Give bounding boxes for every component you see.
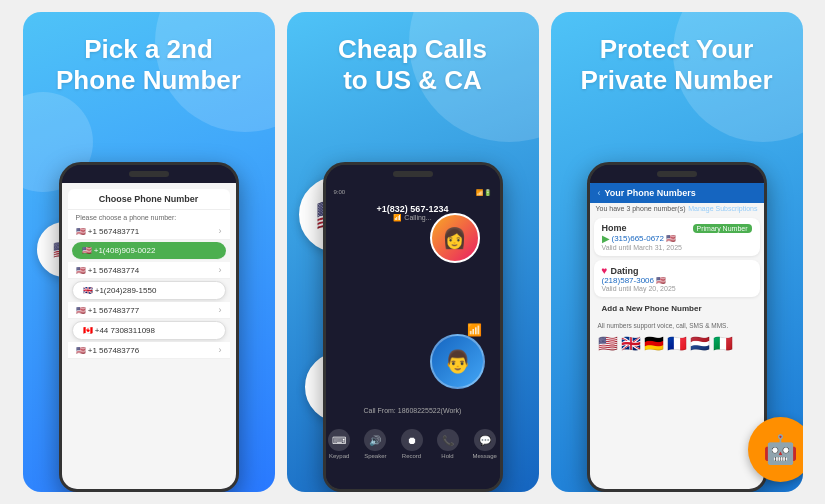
keypad-icon: ⌨ <box>328 429 350 451</box>
message-icon: 💬 <box>474 429 496 451</box>
phone-screen-2: 9:00 📶 🔋 +1(832) 567-1234 📶 Calling... 👩… <box>326 183 500 489</box>
home-label: Home <box>602 223 627 233</box>
number-item-1[interactable]: 🇺🇸 +1 567483771 › <box>68 223 230 240</box>
chevron-icon-2: › <box>219 265 222 275</box>
number-item-3[interactable]: 🇺🇸 +1 567483774 › <box>68 262 230 279</box>
chevron-icon-4: › <box>219 345 222 355</box>
call-actions-bar: ⌨ Keypad 🔊 Speaker ⏺ Record 📞 Hold <box>328 429 497 459</box>
number-item-7[interactable]: 🇺🇸 +1 567483776 › <box>68 342 230 359</box>
add-number-label[interactable]: Add a New Phone Number <box>594 301 760 316</box>
support-text: All numbers support voice, call, SMS & M… <box>590 320 764 331</box>
back-button[interactable]: ‹ <box>598 188 601 198</box>
number-item-gb[interactable]: 🇬🇧 +1(204)289-1550 <box>72 281 226 300</box>
dating-label: Dating <box>610 266 638 276</box>
record-icon: ⏺ <box>401 429 423 451</box>
caller-avatar: 👩 <box>430 213 480 263</box>
manage-subs-link[interactable]: Manage Subscriptions <box>688 205 757 212</box>
phone-notch-2 <box>326 165 500 183</box>
number-item-5[interactable]: 🇺🇸 +1 567483777 › <box>68 302 230 319</box>
you-have-bar: You have 3 phone number(s) Manage Subscr… <box>590 203 764 214</box>
speaker-action[interactable]: 🔊 Speaker <box>364 429 386 459</box>
dating-valid: Valid until May 20, 2025 <box>602 285 752 292</box>
card-2-title: Cheap Calls to US & CA <box>322 12 503 102</box>
hold-action[interactable]: 📞 Hold <box>437 429 459 459</box>
card-3-title: Protect Your Private Number <box>564 12 788 102</box>
phone-notch <box>62 165 236 183</box>
choose-number-header: Choose Phone Number <box>68 189 230 210</box>
primary-badge: Primary Number <box>693 224 752 233</box>
speaker-icon: 🔊 <box>364 429 386 451</box>
card-cheap-calls: Cheap Calls to US & CA 🇺🇸 🇨🇦 9:00 📶 🔋 +1… <box>287 12 539 492</box>
home-valid: Valid until March 31, 2025 <box>602 244 752 251</box>
status-bar: 9:00 📶 🔋 <box>332 189 494 196</box>
call-from-text: Call From: 18608225522(Work) <box>364 407 462 414</box>
record-action[interactable]: ⏺ Record <box>401 429 423 459</box>
home-number: ▶ (315)665-0672 🇺🇸 <box>602 233 752 244</box>
top-nav-bar: ‹ Your Phone Numbers <box>590 183 764 203</box>
wifi-connected-icon: 📶 <box>467 323 482 337</box>
main-container: Pick a 2nd Phone Number 🇺🇸 Choose Phone … <box>0 0 825 504</box>
phone-mockup-2: 9:00 📶 🔋 +1(832) 567-1234 📶 Calling... 👩… <box>323 162 503 492</box>
receiver-avatar: 👨 <box>430 334 485 389</box>
country-flags-row: 🇺🇸 🇬🇧 🇩🇪 🇫🇷 🇳🇱 🇮🇹 <box>590 331 764 356</box>
sub-text: Please choose a phone number: <box>68 210 230 223</box>
card-1-title: Pick a 2nd Phone Number <box>40 12 257 102</box>
keypad-action[interactable]: ⌨ Keypad <box>328 429 350 459</box>
phone-screen-3: ‹ Your Phone Numbers You have 3 phone nu… <box>590 183 764 489</box>
phone-screen-1: Choose Phone Number Please choose a phon… <box>62 183 236 489</box>
number-item-highlighted-green[interactable]: 🇺🇸 +1(408)909-0022 <box>72 242 226 260</box>
dating-number-card: ♥ Dating (218)587-3006 🇺🇸 Valid until Ma… <box>594 260 760 297</box>
phone-mockup-1: Choose Phone Number Please choose a phon… <box>59 162 239 492</box>
heart-icon: ♥ <box>602 265 608 276</box>
chevron-icon-3: › <box>219 305 222 315</box>
phone-mockup-3: ‹ Your Phone Numbers You have 3 phone nu… <box>587 162 767 492</box>
number-item-ca[interactable]: 🇨🇦 +44 7308311098 <box>72 321 226 340</box>
card-protect-number: Protect Your Private Number ‹ Your Phone… <box>551 12 803 492</box>
dating-number: (218)587-3006 🇺🇸 <box>602 276 752 285</box>
chevron-icon: › <box>219 226 222 236</box>
card-pick-number: Pick a 2nd Phone Number 🇺🇸 Choose Phone … <box>23 12 275 492</box>
home-number-card: Home Primary Number ▶ (315)665-0672 🇺🇸 V… <box>594 218 760 256</box>
phone-notch-3 <box>590 165 764 183</box>
message-action[interactable]: 💬 Message <box>473 429 497 459</box>
screen-title: Your Phone Numbers <box>605 188 696 198</box>
hold-icon: 📞 <box>437 429 459 451</box>
caller-number: +1(832) 567-1234 <box>377 204 449 214</box>
